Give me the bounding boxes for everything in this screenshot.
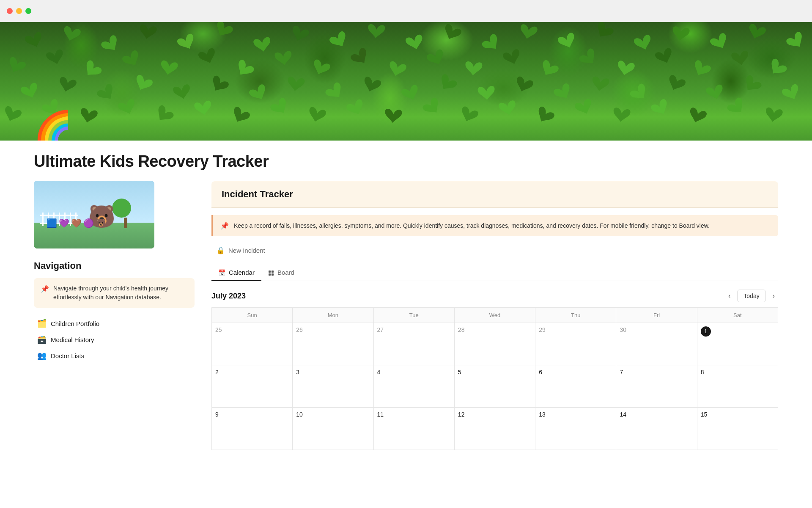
tab-board[interactable]: Board (261, 265, 301, 281)
calendar-days-header: Sun Mon Tue Wed Thu Fri Sat (212, 308, 778, 323)
new-incident-button[interactable]: 🔒 New Incident (211, 243, 270, 258)
tab-calendar-label: Calendar (229, 269, 255, 276)
svg-rect-0 (269, 271, 271, 273)
close-button[interactable] (7, 8, 13, 14)
cover-image: 🌈 (0, 22, 812, 141)
calendar-cell-jun28[interactable]: 28 (454, 323, 535, 365)
nav-item-medical-history[interactable]: 🗃️ Medical History (34, 332, 195, 347)
calendar-cell-jul2[interactable]: 2 (212, 365, 293, 408)
calendar-cell-jul3[interactable]: 3 (293, 365, 373, 408)
day-wed: Wed (454, 308, 535, 323)
sidebar: 🐻 🟦 💜 🤎 🟣 🐻 Navigation 📌 Navigate throug… (34, 181, 195, 450)
calendar-cell-jul13[interactable]: 13 (535, 408, 616, 450)
new-incident-lock-icon: 🔒 (217, 246, 225, 254)
board-tab-icon (268, 269, 274, 276)
nav-item-label: Children Portfolio (51, 320, 99, 327)
info-callout: 📌 Keep a record of falls, illnesses, all… (211, 215, 778, 236)
calendar-cell-jul15[interactable]: 15 (697, 408, 778, 450)
maximize-button[interactable] (25, 8, 31, 14)
calendar-header: July 2023 ‹ Today › (211, 281, 778, 307)
svg-rect-3 (272, 273, 274, 276)
tab-board-label: Board (277, 269, 294, 276)
children-portfolio-icon: 🗂️ (37, 319, 47, 328)
nav-item-label: Medical History (51, 336, 94, 343)
titlebar (0, 0, 812, 22)
svg-rect-2 (269, 273, 271, 276)
calendar-cell-jul12[interactable]: 12 (454, 408, 535, 450)
callout-icon: 📌 (220, 222, 229, 230)
calendar-cell-jul6[interactable]: 6 (535, 365, 616, 408)
nav-info-box: 📌 Navigate through your child's health j… (34, 278, 195, 308)
calendar-nav: ‹ Today › (725, 290, 778, 302)
calendar-cell-jul5[interactable]: 5 (454, 365, 535, 408)
nav-info-icon: 📌 (41, 285, 49, 293)
nav-item-doctor-lists[interactable]: 👥 Doctor Lists (34, 348, 195, 363)
divider-1 (211, 208, 778, 208)
calendar-cell-jul11[interactable]: 11 (373, 408, 454, 450)
calendar-cell-jun29[interactable]: 29 (535, 323, 616, 365)
calendar-week-1: 25 26 27 28 29 30 1 (212, 323, 778, 365)
right-content: Incident Tracker 📌 Keep a record of fall… (211, 181, 778, 450)
nav-items: 🗂️ Children Portfolio 🗃️ Medical History… (34, 316, 195, 363)
tabs-bar: 📅 Calendar Board (211, 265, 778, 281)
doctor-lists-icon: 👥 (37, 351, 47, 360)
medical-history-icon: 🗃️ (37, 335, 47, 344)
new-incident-label: New Incident (228, 247, 265, 254)
calendar-cell-jul14[interactable]: 14 (616, 408, 697, 450)
rainbow-icon: 🌈 (34, 109, 72, 141)
calendar-prev-button[interactable]: ‹ (725, 290, 734, 302)
cover-leaves-svg (0, 22, 812, 141)
calendar-cell-jul9[interactable]: 9 (212, 408, 293, 450)
minimize-button[interactable] (16, 8, 22, 14)
day-fri: Fri (616, 308, 697, 323)
calendar-cell-jul1[interactable]: 1 (697, 323, 778, 365)
nav-info-text: Navigate through your child's health jou… (53, 284, 188, 302)
calendar-cell-jul7[interactable]: 7 (616, 365, 697, 408)
calendar-today-button[interactable]: Today (737, 290, 765, 302)
calendar-cell-jun25[interactable]: 25 (212, 323, 293, 365)
day-thu: Thu (535, 308, 616, 323)
calendar-cell-jun27[interactable]: 27 (373, 323, 454, 365)
calendar-next-button[interactable]: › (769, 290, 778, 302)
svg-rect-1 (272, 271, 274, 273)
nav-title: Navigation (34, 260, 195, 271)
calendar-cell-jul4[interactable]: 4 (373, 365, 454, 408)
calendar-tab-icon: 📅 (218, 269, 225, 276)
nav-item-label: Doctor Lists (51, 352, 84, 359)
calendar-cell-jul8[interactable]: 8 (697, 365, 778, 408)
main-content: 🐻 🟦 💜 🤎 🟣 🐻 Navigation 📌 Navigate throug… (0, 181, 812, 450)
day-mon: Mon (293, 308, 373, 323)
calendar-cell-jun26[interactable]: 26 (293, 323, 373, 365)
tab-calendar[interactable]: 📅 Calendar (211, 265, 261, 281)
illustration-tree (120, 203, 131, 228)
day-tue: Tue (373, 308, 454, 323)
calendar-grid: Sun Mon Tue Wed Thu Fri Sat 25 26 27 28 … (211, 307, 778, 450)
incident-tracker-title: Incident Tracker (222, 189, 293, 199)
navigation-section: Navigation 📌 Navigate through your child… (34, 260, 195, 363)
callout-text: Keep a record of falls, illnesses, aller… (234, 221, 710, 230)
calendar-cell-jul10[interactable]: 10 (293, 408, 373, 450)
calendar-week-2: 2 3 4 5 6 7 8 (212, 365, 778, 408)
calendar-cell-jun30[interactable]: 30 (616, 323, 697, 365)
illustration-small-chars: 🟦 💜 🤎 🟣 🐻 (47, 218, 106, 228)
sidebar-illustration: 🐻 🟦 💜 🤎 🟣 🐻 (34, 181, 154, 248)
day-sat: Sat (697, 308, 778, 323)
page-title: Ultimate Kids Recovery Tracker (34, 152, 778, 171)
incident-tracker-header: Incident Tracker (211, 181, 778, 208)
calendar-week-3: 9 10 11 12 13 14 15 (212, 408, 778, 450)
calendar-month-year: July 2023 (211, 292, 246, 301)
nav-item-children-portfolio[interactable]: 🗂️ Children Portfolio (34, 316, 195, 331)
day-sun: Sun (212, 308, 293, 323)
